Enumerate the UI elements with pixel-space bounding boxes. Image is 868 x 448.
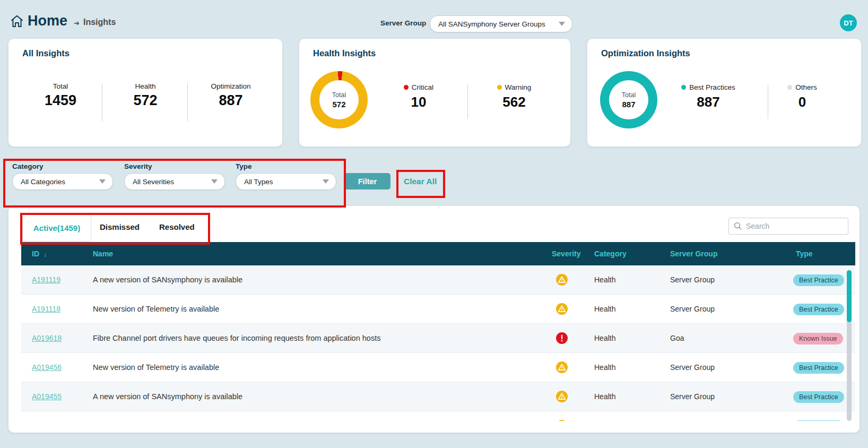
clear-all-button[interactable]: Clear All (404, 177, 437, 186)
health-donut-center: Total 572 (310, 71, 368, 128)
header-name[interactable]: Name (93, 242, 113, 265)
row-type: Best Practice (793, 411, 844, 421)
row-category: Health (594, 353, 615, 382)
row-type: Known Issue (793, 324, 843, 352)
page-title[interactable]: Home (28, 13, 67, 29)
header-id[interactable]: ID↓ (32, 242, 47, 266)
health-insights-title: Health Insights (313, 48, 376, 58)
sort-desc-icon[interactable]: ↓ (44, 250, 47, 258)
header-severity[interactable]: Severity (552, 242, 580, 265)
row-id-link[interactable]: A019618 (32, 324, 62, 352)
warning-severity-icon (556, 303, 568, 315)
insights-table: ID↓ Name Severity Category Server Group … (21, 242, 855, 421)
row-id-link[interactable]: A191118 (32, 295, 60, 323)
table-row[interactable]: A019454 A new version of SANsymphony is … (21, 411, 855, 421)
table-row[interactable]: A019456 New version of Telemetry is avai… (21, 353, 855, 382)
row-name: Fibre Channel port drivers have queues f… (93, 324, 380, 352)
legend-critical: Critical 10 (384, 83, 453, 110)
critical-severity-icon (556, 332, 568, 344)
row-category: Health (594, 382, 615, 411)
chevron-down-icon (99, 179, 106, 184)
table-row[interactable]: A019455 A new version of SANsymphony is … (21, 382, 855, 411)
table-row[interactable]: A191118 New version of Telemetry is avai… (21, 295, 855, 324)
type-badge: Known Issue (793, 333, 843, 344)
chevron-down-icon (559, 22, 565, 26)
header-type[interactable]: Type (796, 242, 813, 265)
row-name: New version of Telemetry is available (93, 353, 219, 382)
avatar[interactable]: DT (840, 14, 857, 31)
breadcrumb-arrow-icon: ➜ (74, 19, 80, 27)
type-badge: Best Practice (793, 362, 844, 374)
optimization-insights-title: Optimization Insights (601, 48, 690, 58)
optimization-donut-center: Total 887 (600, 71, 657, 128)
warning-dot-icon (497, 85, 502, 90)
row-type: Best Practice (793, 295, 844, 323)
header-category[interactable]: Category (594, 242, 627, 265)
stat-total: Total 1459 (23, 82, 98, 109)
legend-others: Others 0 (770, 83, 834, 110)
row-type: Best Practice (793, 265, 844, 294)
row-name: A new version of SANsymphony is availabl… (93, 265, 242, 294)
optimization-insights-card: Optimization Insights Total 887 Best Pra… (587, 39, 861, 147)
warning-severity-icon (556, 361, 568, 373)
row-id-link[interactable]: A019455 (32, 382, 62, 411)
category-label: Category (12, 162, 44, 170)
severity-value: All Severities (125, 178, 211, 186)
header-server-group[interactable]: Server Group (670, 242, 717, 265)
category-select[interactable]: All Categories (12, 173, 113, 190)
row-type: Best Practice (793, 353, 844, 382)
row-id-link[interactable]: A019456 (32, 353, 62, 382)
type-badge: Best Practice (793, 274, 844, 286)
breadcrumb: Insights (83, 18, 116, 27)
table-rows: A191119 A new version of SANsymphony is … (21, 265, 855, 421)
filter-button[interactable]: Filter (344, 173, 390, 189)
stat-optimization: Optimization 887 (194, 82, 268, 109)
divider (102, 83, 102, 122)
type-label: Type (236, 162, 252, 170)
row-server-group: Goa (670, 324, 684, 352)
others-dot-icon (787, 85, 792, 90)
row-server-group: Server Group (670, 382, 715, 411)
row-name: New version of Telemetry is available (93, 295, 219, 323)
row-category: Health (594, 324, 615, 352)
tab-dismissed[interactable]: Dismissed (100, 214, 140, 240)
critical-dot-icon (404, 85, 409, 90)
row-id-link[interactable]: A019454 (32, 411, 62, 421)
all-insights-card: All Insights Total 1459 Health 572 Optim… (8, 39, 282, 147)
severity-select[interactable]: All Severities (124, 173, 225, 190)
tab-active[interactable]: Active(1459) (22, 214, 91, 242)
row-server-group: Server Group (670, 353, 715, 382)
legend-best-practices: Best Practices 887 (669, 83, 748, 110)
type-badge: Best Practice (793, 420, 844, 421)
row-name: A new version of SANsymphony is availabl… (93, 382, 242, 411)
row-category: Health (594, 265, 615, 294)
server-group-select[interactable]: All SANSymphony Server Groups (430, 15, 572, 32)
type-badge: Best Practice (793, 391, 844, 403)
health-insights-card: Health Insights Total 572 Critical 10 Wa… (299, 39, 570, 147)
server-group-value: All SANSymphony Server Groups (430, 20, 559, 28)
row-category: Health (594, 295, 615, 323)
divider (467, 84, 468, 119)
chevron-down-icon (323, 179, 329, 184)
type-select[interactable]: All Types (236, 173, 336, 190)
row-category: Health (594, 411, 615, 421)
legend-warning: Warning 562 (480, 83, 549, 110)
category-value: All Categories (13, 178, 99, 186)
row-name: A new version of SANsymphony is availabl… (93, 411, 242, 421)
scrollbar-thumb[interactable] (847, 270, 852, 322)
type-value: All Types (236, 178, 323, 186)
server-group-label: Server Group (380, 19, 426, 27)
all-insights-title: All Insights (22, 48, 70, 58)
tab-resolved[interactable]: Resolved (159, 214, 195, 240)
search-input[interactable] (745, 218, 847, 234)
insights-list-panel: Active(1459) Dismissed Resolved ID↓ Name… (8, 206, 860, 433)
home-icon[interactable] (10, 14, 24, 31)
row-server-group: Server Group (670, 411, 715, 421)
divider (187, 83, 188, 122)
warning-severity-icon (556, 274, 568, 286)
table-header: ID↓ Name Severity Category Server Group … (21, 242, 855, 265)
row-id-link[interactable]: A191119 (32, 265, 60, 294)
table-row[interactable]: A191119 A new version of SANsymphony is … (21, 265, 855, 295)
table-row[interactable]: A019618 Fibre Channel port drivers have … (21, 324, 855, 353)
warning-severity-icon (556, 420, 568, 421)
